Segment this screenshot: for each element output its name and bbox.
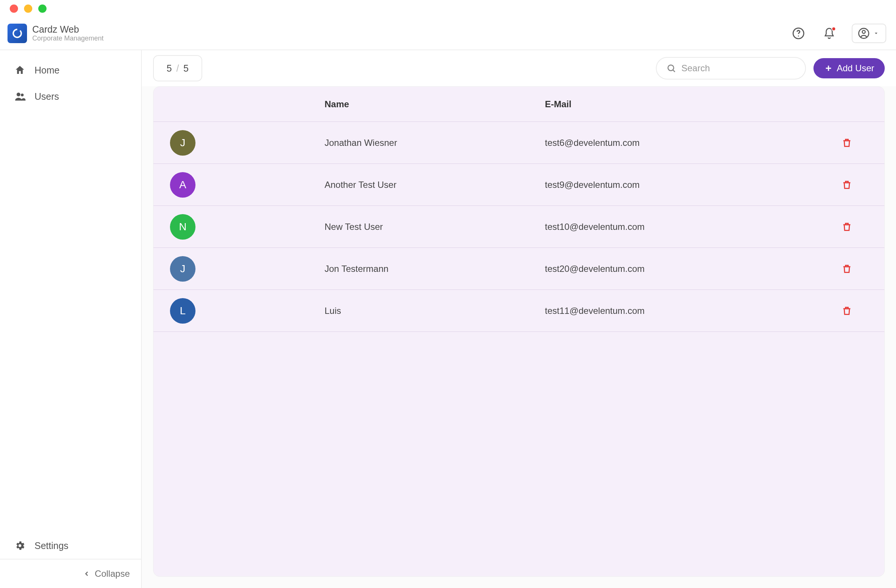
delete-user-button[interactable]: [839, 261, 855, 277]
user-name-cell: New Test User: [325, 222, 545, 232]
user-name-cell: Another Test User: [325, 179, 545, 190]
avatar: A: [170, 172, 195, 198]
table-row[interactable]: LLuistest11@develentum.com: [154, 290, 884, 332]
chevron-left-icon: [83, 570, 90, 577]
svg-point-6: [668, 65, 674, 70]
gear-icon: [14, 540, 26, 551]
sidebar: Home Users Settings Collapse: [0, 50, 142, 588]
app-brand: Cardz Web Corporate Management: [8, 24, 104, 43]
table-row[interactable]: JJon Testermanntest20@develentum.com: [154, 248, 884, 290]
sidebar-item-settings[interactable]: Settings: [0, 532, 141, 559]
col-name: Name: [325, 99, 545, 109]
add-user-label: Add User: [837, 63, 874, 73]
user-email-cell: test9@develentum.com: [545, 179, 809, 190]
topbar: Cardz Web Corporate Management: [0, 17, 896, 50]
table-row[interactable]: JJonathan Wiesnertest6@develentum.com: [154, 122, 884, 164]
user-name-cell: Jonathan Wiesner: [325, 138, 545, 148]
sidebar-item-label: Users: [35, 91, 59, 102]
trash-icon: [841, 264, 852, 274]
delete-user-button[interactable]: [839, 302, 855, 319]
help-circle-icon: [792, 27, 805, 40]
delete-user-button[interactable]: [839, 176, 855, 193]
notification-badge: [832, 27, 836, 31]
svg-point-5: [21, 94, 24, 97]
delete-user-button[interactable]: [839, 135, 855, 151]
mac-zoom-dot[interactable]: [38, 5, 47, 13]
sidebar-item-home[interactable]: Home: [0, 57, 141, 83]
delete-user-button[interactable]: [839, 219, 855, 235]
count-total: 5: [183, 63, 189, 74]
main-content: 5 / 5 Add User Name: [142, 50, 896, 588]
account-menu[interactable]: [852, 24, 886, 43]
count-separator: /: [176, 63, 179, 74]
add-user-button[interactable]: Add User: [814, 58, 885, 78]
topbar-actions: [790, 24, 886, 43]
help-button[interactable]: [790, 25, 807, 42]
home-icon: [14, 64, 26, 76]
svg-point-1: [798, 36, 799, 37]
app-logo-icon: [8, 24, 27, 43]
collapse-label: Collapse: [95, 568, 130, 579]
user-email-cell: test20@develentum.com: [545, 264, 809, 274]
plus-icon: [824, 64, 833, 73]
sidebar-item-label: Settings: [35, 540, 68, 551]
avatar: N: [170, 214, 195, 240]
sidebar-item-label: Home: [35, 65, 59, 76]
search-input[interactable]: [681, 63, 795, 73]
users-icon: [14, 91, 26, 102]
trash-icon: [841, 305, 852, 316]
search-box[interactable]: [656, 57, 806, 79]
user-email-cell: test11@develentum.com: [545, 305, 809, 316]
user-email-cell: test6@develentum.com: [545, 138, 809, 148]
trash-icon: [841, 179, 852, 190]
table-row[interactable]: NNew Test Usertest10@develentum.com: [154, 206, 884, 248]
avatar: L: [170, 298, 195, 324]
table-header: Name E-Mail: [154, 87, 884, 122]
trash-icon: [841, 222, 852, 232]
mac-window-controls: [0, 0, 896, 17]
caret-down-icon: [873, 31, 879, 36]
app-subtitle: Corporate Management: [32, 35, 104, 43]
account-circle-icon: [858, 27, 870, 40]
toolbar: 5 / 5 Add User: [142, 50, 896, 86]
sidebar-collapse-button[interactable]: Collapse: [0, 559, 141, 588]
svg-point-4: [17, 93, 20, 96]
count-current: 5: [167, 63, 172, 74]
user-name-cell: Jon Testermann: [325, 264, 545, 274]
col-email: E-Mail: [545, 99, 809, 109]
avatar: J: [170, 130, 195, 156]
user-name-cell: Luis: [325, 305, 545, 316]
svg-point-3: [862, 30, 865, 33]
mac-minimize-dot[interactable]: [24, 5, 32, 13]
app-title: Cardz Web: [32, 24, 104, 35]
mac-close-dot[interactable]: [10, 5, 18, 13]
trash-icon: [841, 138, 852, 148]
sidebar-item-users[interactable]: Users: [0, 83, 141, 109]
user-email-cell: test10@develentum.com: [545, 222, 809, 232]
table-row[interactable]: AAnother Test Usertest9@develentum.com: [154, 164, 884, 206]
users-panel: Name E-Mail JJonathan Wiesnertest6@devel…: [153, 86, 885, 577]
avatar: J: [170, 256, 195, 282]
search-icon: [666, 63, 676, 73]
count-card: 5 / 5: [153, 55, 202, 81]
notifications-button[interactable]: [821, 25, 838, 42]
